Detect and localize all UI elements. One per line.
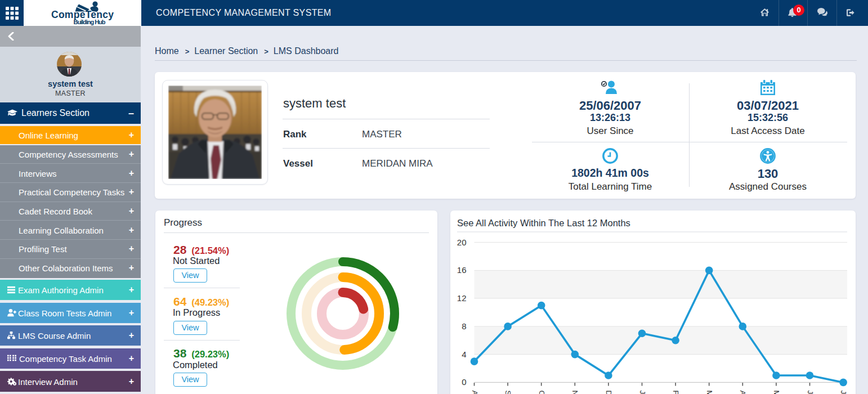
svg-text:Oct: Oct: [538, 391, 546, 394]
svg-text:Dec: Dec: [605, 391, 613, 394]
svg-text:Nov: Nov: [571, 391, 579, 394]
svg-text:Jun: Jun: [806, 391, 815, 394]
svg-text:16: 16: [457, 265, 467, 275]
svg-text:Jul: Jul: [839, 391, 848, 394]
svg-text:Jan: Jan: [638, 391, 647, 394]
svg-text:12: 12: [457, 293, 467, 303]
svg-text:Aug: Aug: [471, 391, 479, 394]
svg-text:0: 0: [462, 377, 466, 387]
svg-text:Building Hub: Building Hub: [74, 19, 106, 25]
svg-text:May: May: [772, 391, 781, 394]
svg-text:Mar: Mar: [705, 391, 714, 394]
svg-text:4: 4: [462, 350, 466, 359]
svg-text:Feb: Feb: [672, 391, 680, 394]
svg-text:20: 20: [457, 238, 467, 247]
svg-text:8: 8: [462, 321, 466, 331]
svg-text:Apr: Apr: [739, 391, 747, 394]
svg-text:Sep: Sep: [504, 391, 512, 394]
